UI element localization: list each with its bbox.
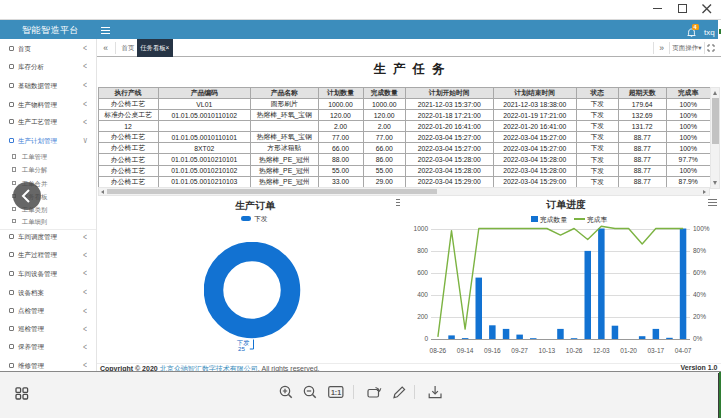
svg-text:03-17: 03-17 xyxy=(647,347,664,354)
svg-text:0: 0 xyxy=(424,335,428,342)
svg-text:10-26: 10-26 xyxy=(566,347,583,354)
svg-text:04-07: 04-07 xyxy=(675,347,692,354)
svg-text:10-13: 10-13 xyxy=(539,347,556,354)
svg-text:200: 200 xyxy=(417,313,428,320)
svg-text:09-16: 09-16 xyxy=(484,347,501,354)
svg-text:01-20: 01-20 xyxy=(620,347,637,354)
svg-text:800: 800 xyxy=(417,247,428,254)
svg-text:08-26: 08-26 xyxy=(430,347,447,354)
svg-text:60%: 60% xyxy=(693,269,706,276)
svg-text:400: 400 xyxy=(417,291,428,298)
svg-text:80%: 80% xyxy=(693,247,706,254)
svg-text:1000: 1000 xyxy=(414,225,429,232)
svg-text:100%: 100% xyxy=(693,225,710,232)
svg-text:12-03: 12-03 xyxy=(593,347,610,354)
svg-text:20%: 20% xyxy=(693,313,706,320)
svg-text:0%: 0% xyxy=(693,335,703,342)
svg-text:600: 600 xyxy=(417,269,428,276)
svg-text:40%: 40% xyxy=(693,291,706,298)
svg-text:09-14: 09-14 xyxy=(457,347,474,354)
svg-text:1:1: 1:1 xyxy=(331,389,341,396)
svg-text:09-27: 09-27 xyxy=(511,347,528,354)
